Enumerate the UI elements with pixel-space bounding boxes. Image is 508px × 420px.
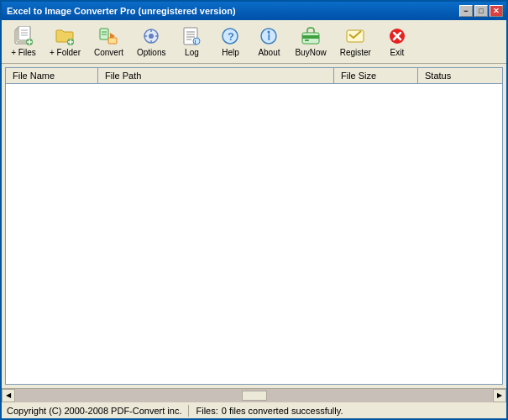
- convert-button[interactable]: Convert: [88, 23, 129, 61]
- add-files-icon: [13, 26, 34, 46]
- register-button[interactable]: Register: [334, 23, 377, 61]
- svg-point-18: [149, 34, 154, 39]
- column-filename: File Name: [6, 68, 98, 83]
- add-files-label: + Files: [11, 48, 36, 57]
- window-controls: − □ ✕: [459, 5, 503, 17]
- exit-icon: [387, 26, 407, 46]
- log-label: Log: [185, 48, 199, 57]
- options-button[interactable]: Options: [131, 23, 171, 61]
- options-label: Options: [137, 48, 165, 57]
- svg-rect-36: [302, 35, 319, 39]
- scroll-right-button[interactable]: ▶: [493, 389, 506, 402]
- column-status: Status: [418, 68, 502, 83]
- convert-label: Convert: [94, 48, 123, 57]
- svg-point-34: [268, 31, 270, 34]
- add-folder-icon: [55, 26, 75, 46]
- svg-text:?: ?: [228, 30, 234, 43]
- exit-button[interactable]: Exit: [379, 23, 416, 61]
- file-list-area: File Name File Path File Size Status: [5, 67, 503, 385]
- buynow-icon: [301, 26, 321, 46]
- about-icon: i: [259, 26, 279, 46]
- register-icon: [345, 26, 365, 46]
- scroll-left-button[interactable]: ◀: [2, 389, 15, 402]
- add-folder-label: + Folder: [50, 48, 81, 57]
- window-title: Excel to Image Converter Pro (unregister…: [7, 6, 236, 16]
- horizontal-scrollbar[interactable]: ◀ ▶: [2, 388, 506, 402]
- toolbar: + Files + Folder: [2, 20, 506, 64]
- status-message: 0 files converted successfully.: [222, 406, 343, 416]
- exit-label: Exit: [390, 48, 405, 57]
- column-filesize: File Size: [334, 68, 418, 83]
- help-button[interactable]: ? Help: [212, 23, 249, 61]
- column-filepath: File Path: [98, 68, 334, 83]
- options-icon: [141, 26, 161, 46]
- status-divider: [188, 405, 189, 417]
- restore-button[interactable]: □: [474, 5, 488, 17]
- help-icon: ?: [220, 26, 240, 46]
- convert-icon: [98, 26, 118, 46]
- close-button[interactable]: ✕: [490, 5, 503, 17]
- table-header: File Name File Path File Size Status: [6, 68, 502, 84]
- scroll-track[interactable]: [15, 389, 493, 402]
- files-label: Files:: [196, 406, 217, 416]
- minimize-button[interactable]: −: [459, 5, 473, 17]
- title-bar: Excel to Image Converter Pro (unregister…: [2, 2, 506, 20]
- main-window: Excel to Image Converter Pro (unregister…: [0, 0, 508, 420]
- add-folder-button[interactable]: + Folder: [44, 23, 86, 61]
- log-icon: i: [181, 26, 202, 46]
- table-body: [6, 84, 502, 384]
- scroll-thumb[interactable]: [242, 391, 267, 401]
- about-label: About: [258, 48, 280, 57]
- copyright-text: Copyright (C) 2000-2008 PDF-Convert inc.: [7, 406, 181, 416]
- help-label: Help: [222, 48, 239, 57]
- svg-rect-16: [108, 38, 117, 44]
- register-label: Register: [340, 48, 371, 57]
- status-bar: Copyright (C) 2000-2008 PDF-Convert inc.…: [2, 402, 506, 418]
- log-button[interactable]: i Log: [173, 23, 210, 61]
- buynow-button[interactable]: BuyNow: [289, 23, 332, 61]
- svg-rect-37: [305, 39, 309, 41]
- add-files-button[interactable]: + Files: [5, 23, 42, 61]
- buynow-label: BuyNow: [295, 48, 326, 57]
- svg-text:i: i: [195, 39, 196, 45]
- about-button[interactable]: i About: [250, 23, 287, 61]
